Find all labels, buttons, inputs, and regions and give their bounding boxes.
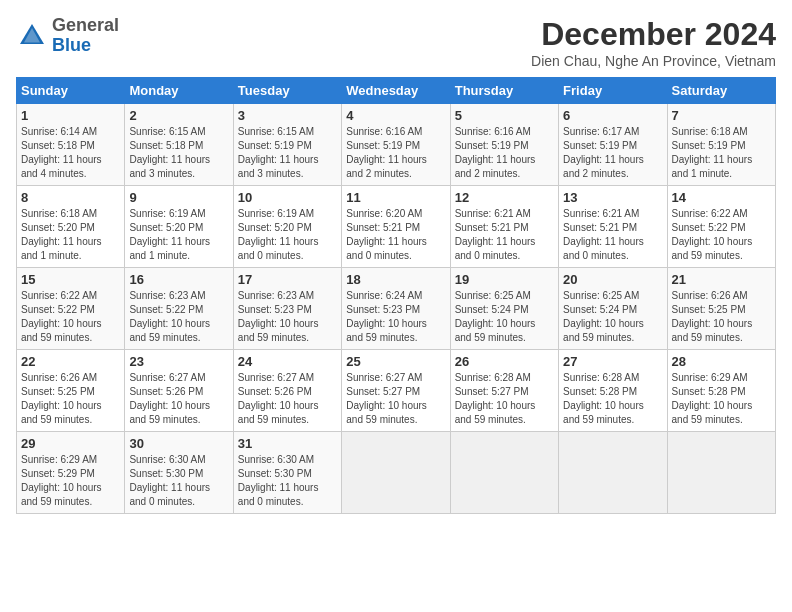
table-row: 17Sunrise: 6:23 AMSunset: 5:23 PMDayligh… — [233, 268, 341, 350]
month-title: December 2024 — [531, 16, 776, 53]
day-info: Sunrise: 6:28 AMSunset: 5:28 PMDaylight:… — [563, 371, 662, 427]
day-info: Sunrise: 6:16 AMSunset: 5:19 PMDaylight:… — [455, 125, 554, 181]
day-number: 21 — [672, 272, 771, 287]
day-info: Sunrise: 6:14 AMSunset: 5:18 PMDaylight:… — [21, 125, 120, 181]
day-info: Sunrise: 6:29 AMSunset: 5:28 PMDaylight:… — [672, 371, 771, 427]
table-row: 28Sunrise: 6:29 AMSunset: 5:28 PMDayligh… — [667, 350, 775, 432]
table-row: 29Sunrise: 6:29 AMSunset: 5:29 PMDayligh… — [17, 432, 125, 514]
day-info: Sunrise: 6:18 AMSunset: 5:19 PMDaylight:… — [672, 125, 771, 181]
logo-blue-text: Blue — [52, 35, 91, 55]
calendar-table: Sunday Monday Tuesday Wednesday Thursday… — [16, 77, 776, 514]
day-number: 2 — [129, 108, 228, 123]
table-row: 26Sunrise: 6:28 AMSunset: 5:27 PMDayligh… — [450, 350, 558, 432]
logo-general-text: General — [52, 15, 119, 35]
day-info: Sunrise: 6:23 AMSunset: 5:22 PMDaylight:… — [129, 289, 228, 345]
table-row — [342, 432, 450, 514]
table-row: 4Sunrise: 6:16 AMSunset: 5:19 PMDaylight… — [342, 104, 450, 186]
col-monday: Monday — [125, 78, 233, 104]
table-row: 23Sunrise: 6:27 AMSunset: 5:26 PMDayligh… — [125, 350, 233, 432]
title-area: December 2024 Dien Chau, Nghe An Provinc… — [531, 16, 776, 69]
day-number: 11 — [346, 190, 445, 205]
day-number: 31 — [238, 436, 337, 451]
col-tuesday: Tuesday — [233, 78, 341, 104]
table-row: 1Sunrise: 6:14 AMSunset: 5:18 PMDaylight… — [17, 104, 125, 186]
day-number: 18 — [346, 272, 445, 287]
table-row — [559, 432, 667, 514]
day-info: Sunrise: 6:21 AMSunset: 5:21 PMDaylight:… — [455, 207, 554, 263]
day-info: Sunrise: 6:16 AMSunset: 5:19 PMDaylight:… — [346, 125, 445, 181]
day-info: Sunrise: 6:27 AMSunset: 5:27 PMDaylight:… — [346, 371, 445, 427]
day-info: Sunrise: 6:21 AMSunset: 5:21 PMDaylight:… — [563, 207, 662, 263]
table-row: 7Sunrise: 6:18 AMSunset: 5:19 PMDaylight… — [667, 104, 775, 186]
day-info: Sunrise: 6:29 AMSunset: 5:29 PMDaylight:… — [21, 453, 120, 509]
day-number: 27 — [563, 354, 662, 369]
day-info: Sunrise: 6:25 AMSunset: 5:24 PMDaylight:… — [455, 289, 554, 345]
day-number: 24 — [238, 354, 337, 369]
day-info: Sunrise: 6:30 AMSunset: 5:30 PMDaylight:… — [238, 453, 337, 509]
day-info: Sunrise: 6:27 AMSunset: 5:26 PMDaylight:… — [238, 371, 337, 427]
day-number: 17 — [238, 272, 337, 287]
col-friday: Friday — [559, 78, 667, 104]
table-row: 19Sunrise: 6:25 AMSunset: 5:24 PMDayligh… — [450, 268, 558, 350]
day-number: 15 — [21, 272, 120, 287]
day-number: 26 — [455, 354, 554, 369]
day-info: Sunrise: 6:17 AMSunset: 5:19 PMDaylight:… — [563, 125, 662, 181]
table-row — [450, 432, 558, 514]
table-row: 24Sunrise: 6:27 AMSunset: 5:26 PMDayligh… — [233, 350, 341, 432]
day-info: Sunrise: 6:25 AMSunset: 5:24 PMDaylight:… — [563, 289, 662, 345]
logo-icon — [16, 20, 48, 52]
table-row: 16Sunrise: 6:23 AMSunset: 5:22 PMDayligh… — [125, 268, 233, 350]
table-row: 18Sunrise: 6:24 AMSunset: 5:23 PMDayligh… — [342, 268, 450, 350]
logo: General Blue — [16, 16, 119, 56]
table-row: 21Sunrise: 6:26 AMSunset: 5:25 PMDayligh… — [667, 268, 775, 350]
day-number: 10 — [238, 190, 337, 205]
table-row: 6Sunrise: 6:17 AMSunset: 5:19 PMDaylight… — [559, 104, 667, 186]
day-number: 29 — [21, 436, 120, 451]
day-info: Sunrise: 6:23 AMSunset: 5:23 PMDaylight:… — [238, 289, 337, 345]
calendar-header-row: Sunday Monday Tuesday Wednesday Thursday… — [17, 78, 776, 104]
table-row: 27Sunrise: 6:28 AMSunset: 5:28 PMDayligh… — [559, 350, 667, 432]
day-info: Sunrise: 6:26 AMSunset: 5:25 PMDaylight:… — [21, 371, 120, 427]
day-number: 3 — [238, 108, 337, 123]
day-info: Sunrise: 6:15 AMSunset: 5:19 PMDaylight:… — [238, 125, 337, 181]
day-number: 28 — [672, 354, 771, 369]
day-number: 4 — [346, 108, 445, 123]
table-row: 15Sunrise: 6:22 AMSunset: 5:22 PMDayligh… — [17, 268, 125, 350]
table-row: 20Sunrise: 6:25 AMSunset: 5:24 PMDayligh… — [559, 268, 667, 350]
day-number: 30 — [129, 436, 228, 451]
day-number: 1 — [21, 108, 120, 123]
day-info: Sunrise: 6:20 AMSunset: 5:21 PMDaylight:… — [346, 207, 445, 263]
day-info: Sunrise: 6:18 AMSunset: 5:20 PMDaylight:… — [21, 207, 120, 263]
day-number: 16 — [129, 272, 228, 287]
day-number: 5 — [455, 108, 554, 123]
day-number: 25 — [346, 354, 445, 369]
table-row — [667, 432, 775, 514]
day-number: 8 — [21, 190, 120, 205]
day-info: Sunrise: 6:22 AMSunset: 5:22 PMDaylight:… — [672, 207, 771, 263]
week-row-4: 22Sunrise: 6:26 AMSunset: 5:25 PMDayligh… — [17, 350, 776, 432]
day-info: Sunrise: 6:15 AMSunset: 5:18 PMDaylight:… — [129, 125, 228, 181]
col-thursday: Thursday — [450, 78, 558, 104]
day-info: Sunrise: 6:30 AMSunset: 5:30 PMDaylight:… — [129, 453, 228, 509]
page-header: General Blue December 2024 Dien Chau, Ng… — [16, 16, 776, 69]
table-row: 5Sunrise: 6:16 AMSunset: 5:19 PMDaylight… — [450, 104, 558, 186]
day-info: Sunrise: 6:27 AMSunset: 5:26 PMDaylight:… — [129, 371, 228, 427]
table-row: 11Sunrise: 6:20 AMSunset: 5:21 PMDayligh… — [342, 186, 450, 268]
table-row: 2Sunrise: 6:15 AMSunset: 5:18 PMDaylight… — [125, 104, 233, 186]
col-wednesday: Wednesday — [342, 78, 450, 104]
table-row: 14Sunrise: 6:22 AMSunset: 5:22 PMDayligh… — [667, 186, 775, 268]
day-info: Sunrise: 6:19 AMSunset: 5:20 PMDaylight:… — [129, 207, 228, 263]
day-number: 19 — [455, 272, 554, 287]
table-row: 12Sunrise: 6:21 AMSunset: 5:21 PMDayligh… — [450, 186, 558, 268]
day-info: Sunrise: 6:26 AMSunset: 5:25 PMDaylight:… — [672, 289, 771, 345]
week-row-2: 8Sunrise: 6:18 AMSunset: 5:20 PMDaylight… — [17, 186, 776, 268]
table-row: 9Sunrise: 6:19 AMSunset: 5:20 PMDaylight… — [125, 186, 233, 268]
day-number: 9 — [129, 190, 228, 205]
week-row-1: 1Sunrise: 6:14 AMSunset: 5:18 PMDaylight… — [17, 104, 776, 186]
table-row: 30Sunrise: 6:30 AMSunset: 5:30 PMDayligh… — [125, 432, 233, 514]
table-row: 10Sunrise: 6:19 AMSunset: 5:20 PMDayligh… — [233, 186, 341, 268]
table-row: 3Sunrise: 6:15 AMSunset: 5:19 PMDaylight… — [233, 104, 341, 186]
table-row: 25Sunrise: 6:27 AMSunset: 5:27 PMDayligh… — [342, 350, 450, 432]
day-number: 6 — [563, 108, 662, 123]
col-saturday: Saturday — [667, 78, 775, 104]
